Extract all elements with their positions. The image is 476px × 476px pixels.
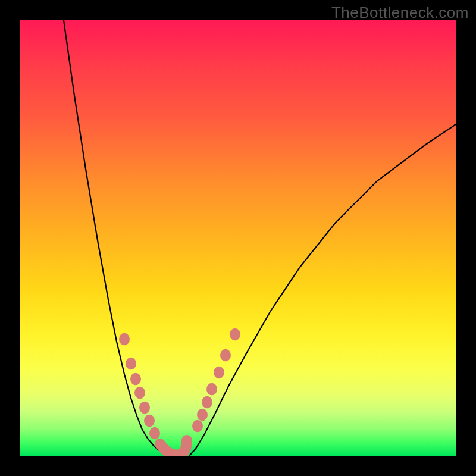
data-point-marker — [144, 415, 155, 427]
data-point-marker — [192, 420, 203, 433]
data-point-marker — [230, 328, 240, 341]
data-point-marker — [214, 367, 224, 379]
data-point-marker — [197, 409, 208, 421]
curve-right — [190, 124, 456, 455]
worm-segment — [160, 440, 187, 455]
data-point-marker — [149, 427, 160, 440]
watermark-text: TheBottleneck.com — [331, 4, 469, 22]
data-point-marker — [126, 358, 136, 370]
chart-canvas — [20, 20, 456, 456]
data-point-marker — [119, 333, 130, 346]
data-point-marker — [206, 383, 217, 396]
data-point-marker — [139, 402, 150, 414]
curve-left — [64, 20, 170, 455]
beads-right-group — [192, 328, 240, 433]
chart-svg — [20, 20, 456, 456]
data-point-marker — [202, 396, 212, 409]
data-point-marker — [134, 387, 145, 399]
data-point-marker — [130, 373, 141, 386]
data-point-marker — [220, 349, 231, 362]
